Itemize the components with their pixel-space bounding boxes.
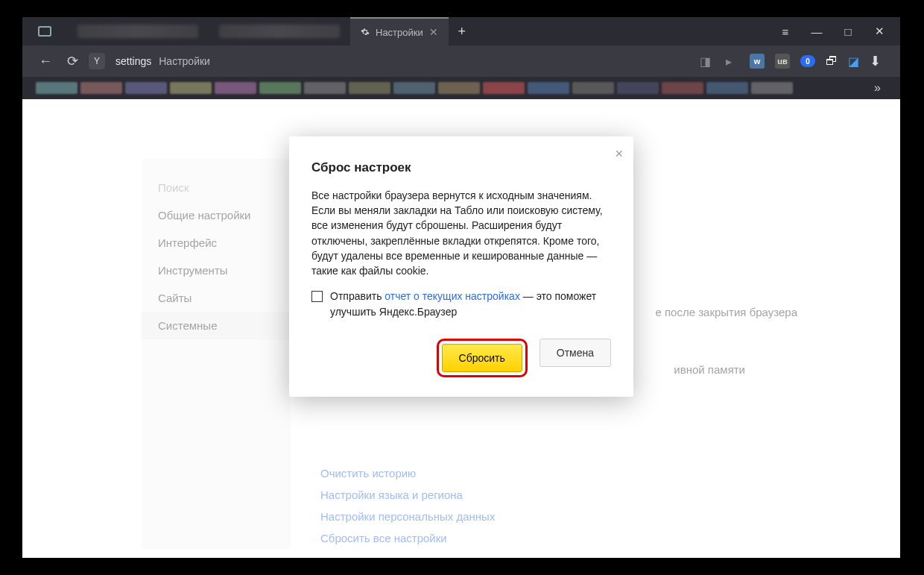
bookmark-item[interactable] — [304, 82, 346, 94]
ext-vk-icon[interactable]: w — [750, 54, 765, 69]
bookmark-item[interactable] — [125, 82, 167, 94]
url-path: settings — [116, 55, 151, 67]
report-link[interactable]: отчет о текущих настройках — [385, 290, 520, 302]
reset-settings-modal: × Сброс настроек Все настройки браузера … — [289, 136, 633, 397]
bookmarks-overflow-icon[interactable]: » — [868, 81, 887, 95]
bookmark-item[interactable] — [80, 82, 122, 94]
menu-icon[interactable]: ≡ — [779, 25, 791, 37]
browser-window: Настройки ✕ + ≡ — □ ✕ ← ⟳ Y settings Нас… — [22, 17, 900, 558]
bookmark-item[interactable] — [349, 82, 390, 94]
tab-item[interactable] — [209, 17, 350, 45]
newtab-button[interactable]: + — [449, 17, 475, 45]
ext-counter-icon[interactable]: 0 — [800, 55, 815, 67]
bookmark-item[interactable] — [483, 82, 525, 94]
bookmark-icon[interactable]: ◨ — [700, 54, 711, 69]
modal-footer: Сбросить Отмена — [311, 339, 611, 377]
reset-button[interactable]: Сбросить — [442, 344, 522, 372]
bookmark-item[interactable] — [751, 82, 793, 94]
cb-text: Отправить — [330, 290, 385, 302]
ext-ublock-icon[interactable]: uв — [775, 54, 790, 69]
extension-tray: w uв 0 🗗 ◪ ⬇ — [747, 53, 884, 69]
back-button[interactable]: ← — [39, 54, 52, 69]
minimize-icon[interactable]: — — [811, 25, 823, 37]
checkbox-label: Отправить отчет о текущих настройках — э… — [330, 289, 611, 319]
checkbox-icon[interactable] — [311, 291, 323, 302]
bookmark-item[interactable] — [438, 82, 480, 94]
page-content: Поиск Общие настройки Интерфейс Инструме… — [22, 99, 900, 558]
titlebar: Настройки ✕ + ≡ — □ ✕ — [22, 17, 900, 45]
bookmark-item[interactable] — [572, 82, 614, 94]
window-icon — [22, 26, 67, 37]
reload-button[interactable]: ⟳ — [67, 53, 78, 69]
modal-title: Сброс настроек — [311, 159, 611, 177]
bookmark-item[interactable] — [662, 82, 703, 94]
tab-settings[interactable]: Настройки ✕ — [350, 17, 449, 45]
downloads-icon[interactable]: ⬇ — [870, 53, 881, 69]
bookmark-item[interactable] — [617, 82, 659, 94]
ext-feedback-icon[interactable]: 🗗 — [826, 54, 838, 68]
window-controls: ≡ — □ ✕ — [765, 25, 900, 37]
bookmark-item[interactable] — [170, 82, 212, 94]
tab-strip: Настройки ✕ + — [67, 17, 765, 45]
address-bar: ← ⟳ Y settings Настройки ◨ ▸ w uв 0 🗗 ◪ … — [22, 45, 900, 77]
ext-extension-icon[interactable]: ◪ — [848, 54, 859, 69]
maximize-icon[interactable]: □ — [842, 25, 854, 37]
bookmark-item[interactable] — [706, 82, 748, 94]
bookmark-item[interactable] — [36, 82, 77, 94]
send-report-checkbox-row[interactable]: Отправить отчет о текущих настройках — э… — [311, 289, 611, 319]
close-icon[interactable]: ✕ — [873, 25, 885, 37]
url-title: Настройки — [159, 55, 210, 67]
tab-close-icon[interactable]: ✕ — [429, 27, 438, 37]
url-display[interactable]: settings Настройки — [116, 55, 210, 67]
modal-overlay: × Сброс настроек Все настройки браузера … — [22, 99, 900, 558]
bookmark-item[interactable] — [215, 82, 256, 94]
modal-close-icon[interactable]: × — [615, 144, 623, 163]
primary-highlight: Сбросить — [437, 339, 528, 377]
bookmark-item[interactable] — [528, 82, 569, 94]
tab-label: Настройки — [376, 27, 423, 38]
cancel-button[interactable]: Отмена — [539, 339, 611, 367]
site-identity-icon[interactable]: Y — [89, 53, 105, 69]
modal-body: Все настройки браузера вернутся к исходн… — [311, 188, 611, 279]
bookmarks-bar: » — [22, 77, 900, 99]
gear-icon — [361, 28, 370, 37]
bookmark-item[interactable] — [393, 82, 435, 94]
bookmark-item[interactable] — [259, 82, 301, 94]
tab-item[interactable] — [67, 17, 209, 45]
